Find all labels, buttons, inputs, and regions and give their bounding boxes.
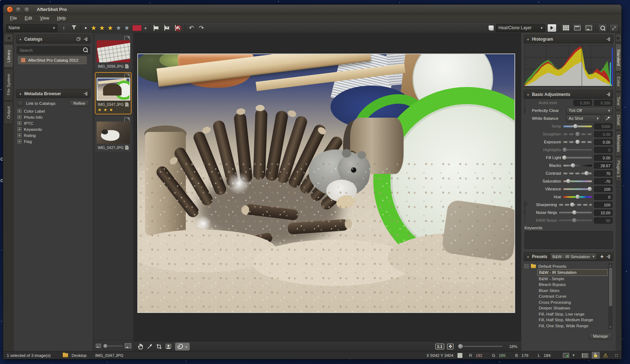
pin-icon[interactable] xyxy=(606,255,610,259)
tint-dropdown[interactable]: Tint Off xyxy=(566,107,613,114)
slider-knob[interactable] xyxy=(570,202,574,207)
preset-item[interactable]: Bluer Skies xyxy=(537,288,608,294)
menu-help[interactable]: Help xyxy=(54,15,69,21)
straighten-value[interactable]: 0.00 xyxy=(594,131,613,137)
expand-plus-icon[interactable] xyxy=(17,121,21,125)
expand-plus-icon[interactable] xyxy=(17,109,21,113)
zoom-slider-knob[interactable] xyxy=(458,344,463,349)
autolevel-value-1[interactable]: 0.200 xyxy=(573,100,592,106)
pin-icon[interactable] xyxy=(83,92,88,96)
preset-item[interactable]: B&W - Simple xyxy=(537,276,608,282)
thumbnail-size-slider[interactable] xyxy=(104,345,123,347)
tab-metadata[interactable]: Metadata xyxy=(615,130,621,156)
slider-knob[interactable] xyxy=(563,148,567,152)
slider-knob[interactable] xyxy=(571,163,575,168)
fit-to-window-icon[interactable]: ✥ xyxy=(447,344,454,349)
preset-item[interactable]: Contrast Curve xyxy=(537,293,608,299)
sort-field-dropdown[interactable]: Name xyxy=(6,24,57,32)
hue-slider[interactable] xyxy=(563,196,592,198)
preset-dropdown[interactable]: B&W - IR Simulation xyxy=(550,253,597,260)
basic-adjustments-header[interactable]: Basic Adjustments xyxy=(524,90,613,99)
layer-icon[interactable] xyxy=(488,25,494,31)
collapse-minus-icon[interactable] xyxy=(524,264,528,268)
blacks-slider[interactable] xyxy=(563,165,592,166)
pin-icon[interactable] xyxy=(83,37,88,41)
collapse-triangle-icon[interactable] xyxy=(527,37,529,42)
metadata-item-rating[interactable]: Rating xyxy=(16,132,91,138)
temp-value[interactable]: 5000 xyxy=(594,123,613,129)
preset-item[interactable]: B&W - IR Simulation xyxy=(537,269,608,276)
scroll-up-icon[interactable]: ▲ xyxy=(608,264,613,267)
slider-knob[interactable] xyxy=(588,187,592,191)
flag-pick-icon[interactable] xyxy=(153,25,160,31)
catalogs-header[interactable]: Catalogs xyxy=(16,35,91,43)
stack-catalogs-icon[interactable] xyxy=(76,37,81,41)
fullscreen-icon[interactable] xyxy=(609,24,619,32)
raw-noise-value[interactable]: 50 xyxy=(594,217,613,224)
undo-icon[interactable] xyxy=(188,24,195,32)
minimize-icon[interactable] xyxy=(15,6,21,12)
saturation-value[interactable]: -70 xyxy=(594,178,613,184)
display-profile-icon[interactable] xyxy=(563,353,569,358)
slider-knob[interactable] xyxy=(103,344,107,348)
thumbnail-cell[interactable]: IMG_0427.JPG xyxy=(95,116,132,152)
pin-icon[interactable] xyxy=(606,37,610,41)
metadata-browser-header[interactable]: Metadata Browser xyxy=(16,89,91,98)
fill-light-slider[interactable] xyxy=(563,157,592,159)
highlights-value[interactable]: 0 xyxy=(594,147,613,153)
star-icon[interactable]: ★ xyxy=(124,25,129,31)
preset-item[interactable]: Bleach Bypass xyxy=(537,282,608,288)
collapse-triangle-icon[interactable] xyxy=(19,91,22,96)
titlebar[interactable]: AfterShot Pro xyxy=(3,5,621,14)
raw-noise-checkbox[interactable] xyxy=(524,217,525,224)
histogram-header[interactable]: Histogram xyxy=(524,35,613,43)
tab-color[interactable]: Color xyxy=(615,72,621,91)
preset-folder-row[interactable]: Default Presets xyxy=(524,263,608,269)
catalog-item[interactable]: AfterShot Pro Catalog 2012 xyxy=(18,56,87,64)
menu-view[interactable]: View xyxy=(37,15,52,21)
raw-noise-slider[interactable] xyxy=(559,220,592,221)
tab-file-system[interactable]: File System xyxy=(4,68,13,101)
star-icon[interactable]: ★ xyxy=(99,25,104,31)
preset-item[interactable]: Fill, Half Stop, Medium Range xyxy=(537,317,608,323)
flag-reject-icon[interactable] xyxy=(174,25,182,31)
slideshow-icon[interactable] xyxy=(547,24,557,32)
highlights-slider[interactable] xyxy=(563,149,592,151)
grid-view-icon[interactable] xyxy=(561,24,570,32)
collapse-left-panel-icon[interactable]: ◀ xyxy=(4,34,13,42)
collapse-right-panel-icon[interactable]: ▶ xyxy=(615,34,621,42)
tab-standard[interactable]: Standard xyxy=(615,43,621,71)
noise-ninja-value[interactable]: 10.00 xyxy=(594,210,613,216)
expand-plus-icon[interactable] xyxy=(17,133,21,137)
lock-icon[interactable] xyxy=(592,352,600,359)
exposure-slider[interactable] xyxy=(563,141,592,143)
filter-icon[interactable] xyxy=(70,25,77,31)
tab-plugins-1[interactable]: Plugins 1 xyxy=(615,157,621,181)
slider-knob[interactable] xyxy=(575,195,580,199)
zoom-1to1-button[interactable]: 1:1 xyxy=(435,344,444,349)
scrollbar-thumb[interactable] xyxy=(609,268,612,306)
slider-knob[interactable] xyxy=(575,140,580,144)
straighten-slider[interactable] xyxy=(563,133,592,135)
add-preset-icon[interactable]: + xyxy=(600,253,604,260)
preset-item[interactable]: Fill, Half Stop, Low range xyxy=(537,311,608,317)
preset-item[interactable]: Deeper Shadows xyxy=(537,305,608,311)
collapse-triangle-icon[interactable] xyxy=(527,92,529,97)
exposure-value[interactable]: 0.00 xyxy=(594,139,613,145)
thumbnail-image[interactable] xyxy=(97,78,130,101)
slider-knob[interactable] xyxy=(575,132,580,136)
pin-icon[interactable] xyxy=(606,92,610,97)
saturation-slider[interactable] xyxy=(563,180,592,182)
vibrance-slider[interactable] xyxy=(563,188,592,190)
browse-view-icon[interactable] xyxy=(573,24,582,32)
image-view-icon[interactable] xyxy=(584,24,593,32)
photo-canvas[interactable] xyxy=(138,54,514,312)
metadata-item-keywords[interactable]: Keywords xyxy=(16,126,91,132)
heal-clone-tool-button[interactable] xyxy=(175,343,190,350)
thumbnail-rating-stars[interactable]: ★ ★ ★ xyxy=(98,107,113,112)
star-icon[interactable]: ★ xyxy=(91,25,96,31)
tab-output[interactable]: Output xyxy=(4,101,13,124)
slider-knob[interactable] xyxy=(572,218,577,222)
link-to-catalogs-checkbox[interactable] xyxy=(17,101,23,106)
magnifier-icon[interactable] xyxy=(598,24,607,32)
